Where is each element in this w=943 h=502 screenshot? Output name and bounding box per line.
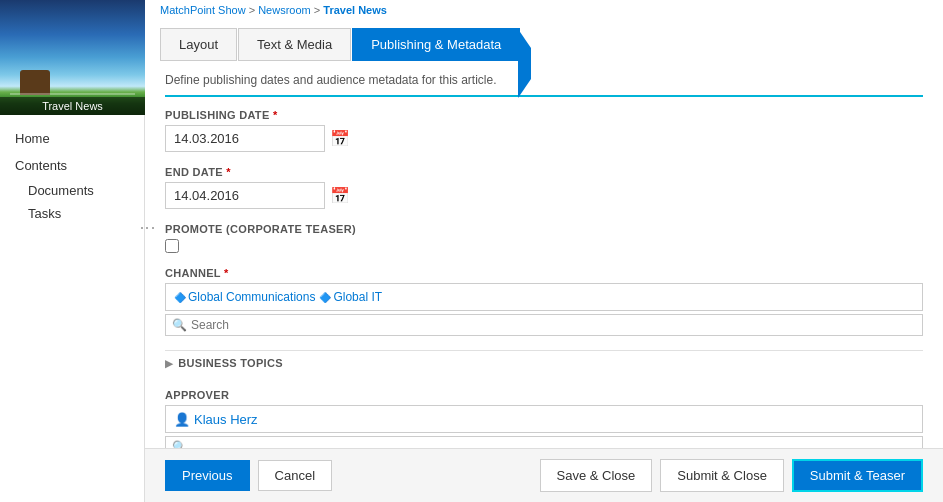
approver-search-icon: 🔍 [172,440,187,448]
sidebar-nav: Home Contents Documents Tasks [0,115,144,502]
channel-search-wrap: 🔍 [165,314,923,336]
business-topics-section: ▶ BUSINESS TOPICS [165,350,923,375]
end-date-input-wrap: 📅 [165,182,923,209]
form-description: Define publishing dates and audience met… [165,73,923,97]
sidebar-item-documents[interactable]: Documents [0,179,144,202]
business-topics-header[interactable]: ▶ BUSINESS TOPICS [165,350,923,375]
tab-bar: Layout Text & Media Publishing & Metadat… [145,20,943,61]
approver-value[interactable]: 👤 Klaus Herz [174,412,258,427]
main-content: MatchPoint Show > Newsroom > Travel News… [145,0,943,502]
publishing-date-calendar-icon[interactable]: 📅 [330,129,350,148]
sidebar-image: Travel News [0,0,145,115]
promote-checkbox[interactable] [165,239,179,253]
publishing-date-input[interactable] [165,125,325,152]
submit-close-button[interactable]: Submit & Close [660,459,784,492]
approver-person-icon: 👤 [174,412,190,427]
submit-teaser-button[interactable]: Submit & Teaser [792,459,923,492]
publishing-date-field: PUBLISHING DATE * 📅 [165,109,923,152]
business-topics-chevron: ▶ [165,358,173,369]
save-close-button[interactable]: Save & Close [540,459,653,492]
end-date-calendar-icon[interactable]: 📅 [330,186,350,205]
footer-right-buttons: Save & Close Submit & Close Submit & Tea… [540,459,924,492]
breadcrumb-travel-news[interactable]: Travel News [323,4,387,16]
breadcrumb-matchpoint[interactable]: MatchPoint Show [160,4,246,16]
previous-button[interactable]: Previous [165,460,250,491]
approver-label: APPROVER [165,389,923,401]
end-date-input[interactable] [165,182,325,209]
sidebar: Travel News Home Contents Documents Task… [0,0,145,502]
channel-tags-box: 🔷 Global Communications 🔷 Global IT [165,283,923,311]
publishing-date-input-wrap: 📅 [165,125,923,152]
breadcrumb-newsroom[interactable]: Newsroom [258,4,311,16]
channel-tag-global-it[interactable]: 🔷 Global IT [319,290,382,304]
sidebar-image-label: Travel News [0,97,145,115]
breadcrumb: MatchPoint Show > Newsroom > Travel News [145,0,943,20]
cancel-button[interactable]: Cancel [258,460,332,491]
channel-tag-global-comms[interactable]: 🔷 Global Communications [174,290,315,304]
tab-text-media[interactable]: Text & Media [238,28,351,61]
sidebar-item-contents[interactable]: Contents [0,152,144,179]
approver-search-input[interactable] [191,440,916,448]
approver-field: APPROVER 👤 Klaus Herz 🔍 [165,389,923,448]
sidebar-item-tasks[interactable]: Tasks [0,202,144,225]
channel-tag-icon-2: 🔷 [319,292,331,303]
approver-box: 👤 Klaus Herz [165,405,923,433]
channel-field: CHANNEL * 🔷 Global Communications 🔷 Glob… [165,267,923,336]
footer-left-buttons: Previous Cancel [165,460,332,491]
channel-search-input[interactable] [191,318,916,332]
promote-label: PROMOTE (CORPORATE TEASER) [165,223,923,235]
tab-layout[interactable]: Layout [160,28,237,61]
channel-tag-icon: 🔷 [174,292,186,303]
business-topics-label: BUSINESS TOPICS [178,357,283,369]
end-date-field: END DATE * 📅 [165,166,923,209]
tab-publishing[interactable]: Publishing & Metadata [352,28,520,61]
footer: Previous Cancel Save & Close Submit & Cl… [145,448,943,502]
channel-search-icon: 🔍 [172,318,187,332]
form-content: Define publishing dates and audience met… [145,61,943,448]
end-date-label: END DATE * [165,166,923,178]
publishing-date-label: PUBLISHING DATE * [165,109,923,121]
promote-checkbox-wrap [165,239,923,253]
channel-label: CHANNEL * [165,267,923,279]
approver-search-wrap: 🔍 [165,436,923,448]
promote-field: PROMOTE (CORPORATE TEASER) [165,223,923,253]
sidebar-item-home[interactable]: Home [0,125,144,152]
